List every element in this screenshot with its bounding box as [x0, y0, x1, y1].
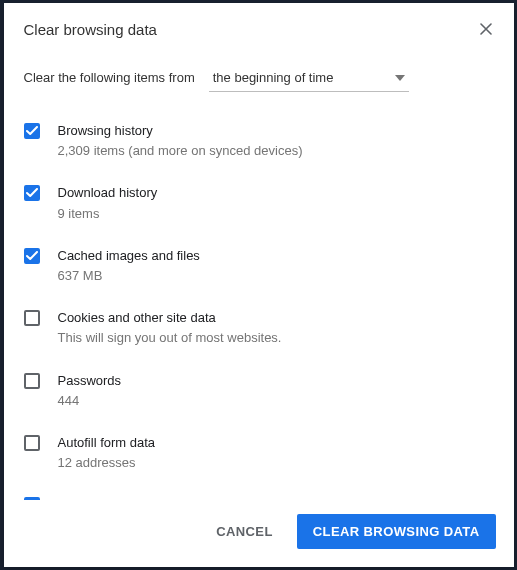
option-title: Autofill form data: [58, 434, 494, 452]
option-title: Cookies and other site data: [58, 309, 494, 327]
option-checkbox[interactable]: [24, 435, 40, 451]
close-icon: [480, 23, 492, 35]
option-subtitle: 2,309 items (and more on synced devices): [58, 142, 494, 160]
option-title: Cached images and files: [58, 247, 494, 265]
option-row: Autofill form data12 addresses: [24, 424, 494, 486]
option-subtitle: 637 MB: [58, 267, 494, 285]
time-range-value: the beginning of time: [213, 70, 334, 85]
option-title: Download history: [58, 184, 494, 202]
dialog-title: Clear browsing data: [24, 21, 157, 38]
close-button[interactable]: [478, 21, 494, 37]
time-range-row: Clear the following items from the begin…: [4, 38, 514, 92]
option-checkbox[interactable]: [24, 123, 40, 139]
option-subtitle: This will sign you out of most websites.: [58, 329, 494, 347]
option-row: Browsing history2,309 items (and more on…: [24, 112, 494, 174]
chevron-down-icon: [395, 75, 405, 81]
option-title: Browsing history: [58, 122, 494, 140]
option-row: Hosted app data10 apps (Cloud Print, Gma…: [24, 486, 494, 500]
cancel-button[interactable]: CANCEL: [206, 516, 283, 547]
option-row: Cookies and other site dataThis will sig…: [24, 299, 494, 361]
option-checkbox[interactable]: [24, 248, 40, 264]
option-subtitle: 12 addresses: [58, 454, 494, 472]
time-range-label: Clear the following items from: [24, 70, 195, 85]
option-text: Autofill form data12 addresses: [58, 434, 494, 472]
option-title: Passwords: [58, 372, 494, 390]
option-text: Cookies and other site dataThis will sig…: [58, 309, 494, 347]
option-checkbox[interactable]: [24, 373, 40, 389]
option-checkbox[interactable]: [24, 310, 40, 326]
options-list: Browsing history2,309 items (and more on…: [4, 92, 514, 500]
option-row: Download history9 items: [24, 174, 494, 236]
option-subtitle: 9 items: [58, 205, 494, 223]
option-checkbox[interactable]: [24, 185, 40, 201]
option-row: Passwords444: [24, 362, 494, 424]
dialog-footer: CANCEL CLEAR BROWSING DATA: [4, 500, 514, 567]
option-text: Cached images and files637 MB: [58, 247, 494, 285]
option-row: Cached images and files637 MB: [24, 237, 494, 299]
option-text: Download history9 items: [58, 184, 494, 222]
option-text: Passwords444: [58, 372, 494, 410]
clear-button[interactable]: CLEAR BROWSING DATA: [297, 514, 496, 549]
dialog-header: Clear browsing data: [4, 3, 514, 38]
clear-browsing-data-dialog: Clear browsing data Clear the following …: [4, 3, 514, 567]
option-text: Browsing history2,309 items (and more on…: [58, 122, 494, 160]
option-subtitle: 444: [58, 392, 494, 410]
time-range-dropdown[interactable]: the beginning of time: [209, 66, 409, 92]
